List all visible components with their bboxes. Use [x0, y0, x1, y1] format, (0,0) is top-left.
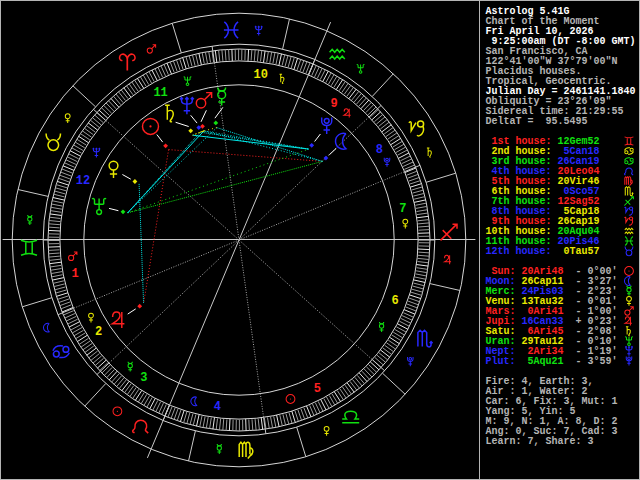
- svg-text:DeltaT = 95.5495: DeltaT = 95.5495: [486, 116, 588, 127]
- svg-text:3: 3: [140, 371, 147, 385]
- svg-text:4: 4: [214, 400, 221, 414]
- svg-text:1: 1: [71, 267, 78, 281]
- svg-text:10: 10: [253, 68, 267, 82]
- svg-text:Learn: 7, Share: 3: Learn: 7, Share: 3: [486, 436, 594, 447]
- svg-text:- 3°59': - 3°59': [576, 356, 618, 367]
- svg-text:12th house:: 12th house:: [486, 246, 552, 257]
- svg-text:2: 2: [95, 325, 102, 339]
- svg-text:Plut:: Plut:: [486, 356, 516, 367]
- svg-text:5: 5: [314, 382, 321, 396]
- svg-text:12: 12: [76, 174, 90, 188]
- svg-text:8: 8: [376, 143, 383, 157]
- svg-text:5Aqu21: 5Aqu21: [522, 356, 564, 367]
- svg-text:7: 7: [399, 202, 406, 216]
- svg-text:9: 9: [330, 97, 337, 111]
- svg-text:11: 11: [153, 86, 167, 100]
- svg-text:6: 6: [391, 294, 398, 308]
- svg-text:0Tau57: 0Tau57: [558, 246, 600, 257]
